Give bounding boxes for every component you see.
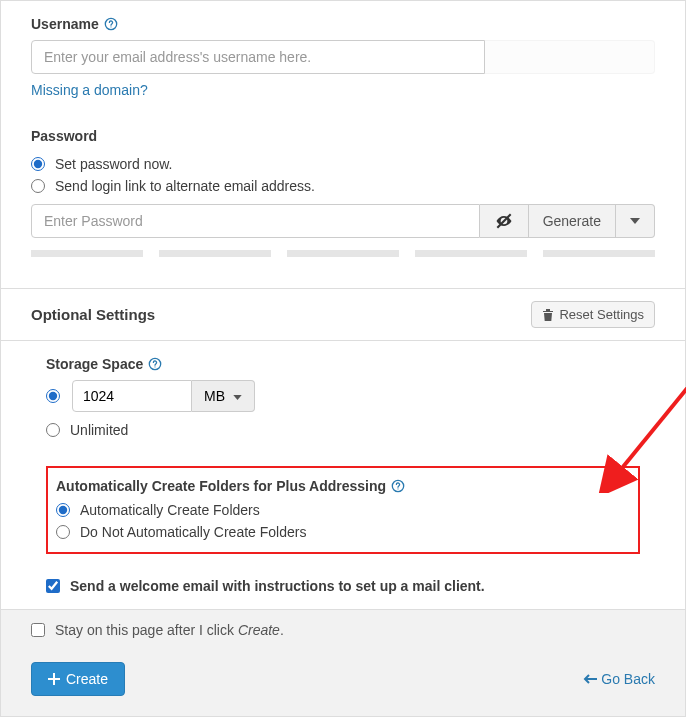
strength-bar [543, 250, 655, 257]
svg-rect-9 [48, 678, 60, 680]
stay-label: Stay on this page after I click Create. [55, 622, 284, 638]
generate-button[interactable]: Generate [529, 204, 616, 238]
radio-auto-folders-row[interactable]: Automatically Create Folders [56, 502, 630, 518]
generate-dropdown-button[interactable] [616, 204, 655, 238]
password-section: Password Set password now. Send login li… [1, 113, 685, 272]
storage-input[interactable] [72, 380, 192, 412]
username-input[interactable] [31, 40, 485, 74]
plus-addressing-highlight: Automatically Create Folders for Plus Ad… [46, 466, 640, 554]
plus-addressing-label: Automatically Create Folders for Plus Ad… [56, 478, 386, 494]
username-label: Username [31, 16, 99, 32]
toggle-visibility-button[interactable] [480, 204, 529, 238]
strength-bar [159, 250, 271, 257]
welcome-email-checkbox[interactable] [46, 579, 60, 593]
radio-send-link[interactable] [31, 179, 45, 193]
stay-on-page-row: Stay on this page after I click Create. [1, 609, 685, 650]
plus-label-row: Automatically Create Folders for Plus Ad… [56, 478, 630, 494]
radio-unlimited-row[interactable]: Unlimited [46, 422, 640, 438]
footer-actions: Create Go Back [1, 650, 685, 716]
password-label: Password [31, 128, 655, 144]
radio-storage-quota[interactable] [46, 389, 60, 403]
trash-icon [542, 308, 554, 321]
password-input[interactable] [31, 204, 480, 238]
plus-icon [48, 673, 60, 685]
strength-bar [287, 250, 399, 257]
svg-point-1 [110, 26, 111, 27]
strength-bar [31, 250, 143, 257]
password-link-radio[interactable]: Send login link to alternate email addre… [31, 178, 655, 194]
svg-point-7 [398, 488, 399, 489]
welcome-email-row[interactable]: Send a welcome email with instructions t… [46, 578, 640, 594]
radio-no-auto-folders[interactable] [56, 525, 70, 539]
storage-section: Storage Space MB Unlimited [1, 341, 685, 609]
username-input-group [31, 40, 655, 74]
username-label-row: Username [31, 16, 655, 32]
storage-unit-button[interactable]: MB [192, 380, 255, 412]
domain-selector[interactable] [485, 40, 655, 74]
radio-auto-folders[interactable] [56, 503, 70, 517]
optional-settings-title: Optional Settings [31, 306, 155, 323]
username-section: Username Missing a domain? [1, 1, 685, 113]
strength-bar [415, 250, 527, 257]
storage-label: Storage Space [46, 356, 143, 372]
svg-point-4 [155, 366, 156, 367]
help-icon[interactable] [148, 357, 162, 371]
help-icon[interactable] [391, 479, 405, 493]
reset-settings-button[interactable]: Reset Settings [531, 301, 655, 328]
storage-label-row: Storage Space [46, 356, 640, 372]
missing-domain-link[interactable]: Missing a domain? [31, 82, 148, 98]
password-now-radio[interactable]: Set password now. [31, 156, 655, 172]
create-button[interactable]: Create [31, 662, 125, 696]
optional-settings-header: Optional Settings Reset Settings [1, 289, 685, 341]
stay-checkbox[interactable] [31, 623, 45, 637]
arrow-left-icon [583, 674, 597, 684]
help-icon[interactable] [104, 17, 118, 31]
radio-set-now[interactable] [31, 157, 45, 171]
password-input-group: Generate [31, 204, 655, 238]
password-strength [31, 250, 655, 257]
storage-quota-row: MB [46, 380, 640, 412]
radio-no-auto-folders-row[interactable]: Do Not Automatically Create Folders [56, 524, 630, 540]
go-back-link[interactable]: Go Back [583, 671, 655, 687]
radio-unlimited[interactable] [46, 423, 60, 437]
